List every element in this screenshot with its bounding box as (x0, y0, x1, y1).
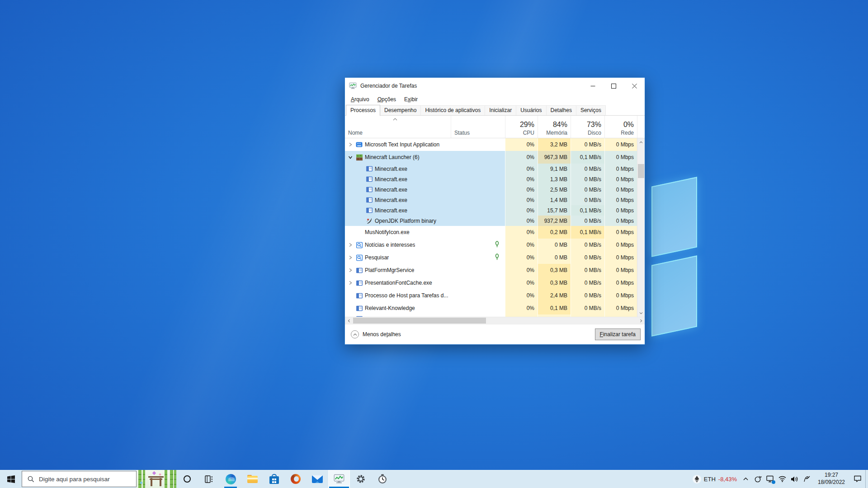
search-input[interactable] (39, 476, 125, 483)
column-header-memoria[interactable]: 84% Memória (538, 116, 571, 138)
process-name-cell: PlatFormMgrService (345, 264, 451, 277)
menu-opcoes[interactable]: Opções (373, 95, 400, 104)
process-mem-value: 15,7 MB (538, 205, 571, 216)
process-net-value: 0 Mbps (604, 184, 637, 195)
menu-exibir[interactable]: Exibir (400, 95, 422, 104)
chevron-right-icon[interactable] (348, 242, 353, 248)
process-name-cell: Pesquisar (345, 251, 451, 264)
scroll-left-arrow[interactable] (345, 317, 353, 324)
column-header-nome[interactable]: Nome (345, 116, 451, 138)
chevron-down-icon[interactable] (348, 155, 353, 160)
news-widget-thumbnail[interactable] (137, 470, 176, 488)
process-name-cell: MusNotifyIcon.exe (345, 226, 451, 239)
taskbar-search[interactable] (22, 471, 137, 487)
horizontal-scrollbar-thumb[interactable] (353, 318, 486, 324)
process-row-minecraft-exe[interactable]: Minecraft.exe0%1,4 MB0 MB/s0 Mbps (345, 195, 637, 205)
volume-button[interactable] (788, 470, 801, 488)
edge-button[interactable] (220, 470, 241, 488)
microsoft-store-button[interactable] (263, 470, 285, 488)
display-tray-button[interactable] (764, 470, 776, 488)
alarms-clock-button[interactable] (372, 470, 393, 488)
less-details-button[interactable]: Menos detalhes (351, 330, 401, 338)
process-row-processo-de-host-para-tarefas-d-[interactable]: Processo de Host para Tarefas d...0%2,4 … (345, 289, 637, 302)
process-row-platformmgrservice[interactable]: PlatFormMgrService0%0,3 MB0 MB/s0 Mbps (345, 264, 637, 277)
eth-ticker[interactable]: ETH -8,43% (690, 470, 740, 488)
title-bar[interactable]: Gerenciador de Tarefas (345, 78, 645, 94)
file-explorer-button[interactable] (241, 470, 263, 488)
column-header-rede[interactable]: 0% Rede (604, 116, 637, 138)
process-row-minecraft-exe[interactable]: Minecraft.exe0%15,7 MB0,1 MB/s0 Mbps (345, 205, 637, 216)
meet-now-button[interactable] (752, 470, 764, 488)
task-view-icon (205, 475, 213, 483)
tray-clock[interactable]: 19:27 18/09/2022 (813, 472, 850, 486)
tab-usu-rios[interactable]: Usuários (516, 105, 546, 115)
minimize-button[interactable] (582, 78, 603, 94)
process-status-cell (451, 195, 505, 205)
app-window-icon (356, 280, 363, 286)
vertical-scrollbar[interactable] (637, 138, 645, 317)
mail-button[interactable] (307, 470, 328, 488)
process-row-musnotifyicon-exe[interactable]: MusNotifyIcon.exe0%0,2 MB0,1 MB/s0 Mbps (345, 226, 637, 239)
menu-arquivo[interactable]: Arquivo (347, 95, 373, 104)
process-net-value: 0 Mbps (604, 277, 637, 289)
scroll-up-arrow[interactable] (637, 138, 645, 146)
wifi-button[interactable] (776, 470, 788, 488)
chevron-right-icon[interactable] (348, 255, 353, 260)
scroll-down-arrow[interactable] (637, 309, 645, 317)
chevron-right-icon[interactable] (348, 267, 353, 273)
task-manager-taskbar-button[interactable] (328, 470, 350, 488)
disk-total-percent: 73% (587, 121, 601, 129)
process-name-cell: Relevant-Knowledge (345, 302, 451, 314)
process-name-label: PresentationFontCache.exe (365, 280, 432, 286)
process-mem-value: 2,5 MB (538, 184, 571, 195)
process-row-microsoft-text-input-application[interactable]: Microsoft Text Input Application0%3,2 MB… (345, 138, 637, 151)
maximize-icon (611, 84, 616, 89)
process-row-presentationfontcache-exe[interactable]: PresentationFontCache.exe0%0,3 MB0 MB/s0… (345, 277, 637, 289)
process-row-minecraft-exe[interactable]: Minecraft.exe0%9,1 MB0 MB/s0 Mbps (345, 164, 637, 174)
process-row-not-cias-e-interesses[interactable]: Notícias e interesses0%0 MB0 MB/s0 Mbps (345, 239, 637, 251)
tab-detalhes[interactable]: Detalhes (546, 105, 576, 115)
chevron-right-icon[interactable] (348, 142, 353, 147)
process-row-relevant-knowledge[interactable]: Relevant-Knowledge0%0,1 MB0 MB/s0 Mbps (345, 302, 637, 314)
process-row-minecraft-exe[interactable]: Minecraft.exe0%2,5 MB0 MB/s0 Mbps (345, 184, 637, 195)
cortana-button[interactable] (176, 470, 198, 488)
tab-desempenho[interactable]: Desempenho (380, 105, 421, 115)
process-row-minecraft-launcher-6-[interactable]: Minecraft Launcher (6)0%967,3 MB0,1 MB/s… (345, 151, 637, 164)
process-net-value: 0 Mbps (604, 264, 637, 277)
process-cpu-value: 0% (505, 277, 538, 289)
tab-inicializar[interactable]: Inicializar (485, 105, 516, 115)
process-row-pesquisar[interactable]: Pesquisar0%0 MB0 MB/s0 Mbps (345, 251, 637, 264)
end-task-button[interactable]: Finalizar tarefa (595, 328, 641, 340)
start-button[interactable] (0, 470, 22, 488)
office-icon (291, 474, 301, 484)
process-mem-value: 0,3 MB (538, 264, 571, 277)
show-desktop-button[interactable] (865, 470, 868, 488)
process-row-openjdk-platform-binary[interactable]: OpenJDK Platform binary0%937,2 MB0 MB/s0… (345, 216, 637, 226)
process-status-cell (451, 226, 505, 239)
process-cpu-value: 0% (505, 239, 538, 251)
column-header-cpu[interactable]: 29% CPU (505, 116, 538, 138)
vertical-scrollbar-thumb[interactable] (638, 164, 644, 178)
windows-ink-button[interactable] (801, 470, 813, 488)
tab-servi-os[interactable]: Serviços (576, 105, 606, 115)
settings-button[interactable] (350, 470, 372, 488)
close-button[interactable] (624, 78, 645, 94)
process-name-cell: Minecraft.exe (345, 164, 451, 174)
process-mem-value: 0 MB (538, 239, 571, 251)
tab-processos[interactable]: Processos (346, 105, 380, 116)
process-name-cell: Minecraft.exe (345, 174, 451, 184)
horizontal-scrollbar[interactable] (345, 317, 645, 324)
sparkle-decoration (159, 473, 161, 476)
scroll-right-arrow[interactable] (637, 317, 645, 324)
process-net-value: 0 Mbps (604, 289, 637, 302)
maximize-button[interactable] (603, 78, 624, 94)
action-center-button[interactable] (850, 470, 865, 488)
chevron-right-icon[interactable] (348, 280, 353, 286)
column-header-status[interactable]: Status (451, 116, 505, 138)
office-button[interactable] (285, 470, 307, 488)
column-header-disco[interactable]: 73% Disco (571, 116, 604, 138)
hidden-icons-button[interactable] (740, 470, 752, 488)
task-view-button[interactable] (198, 470, 220, 488)
process-row-minecraft-exe[interactable]: Minecraft.exe0%1,3 MB0 MB/s0 Mbps (345, 174, 637, 184)
tab-hist-rico-de-aplicativos[interactable]: Histórico de aplicativos (420, 105, 485, 115)
